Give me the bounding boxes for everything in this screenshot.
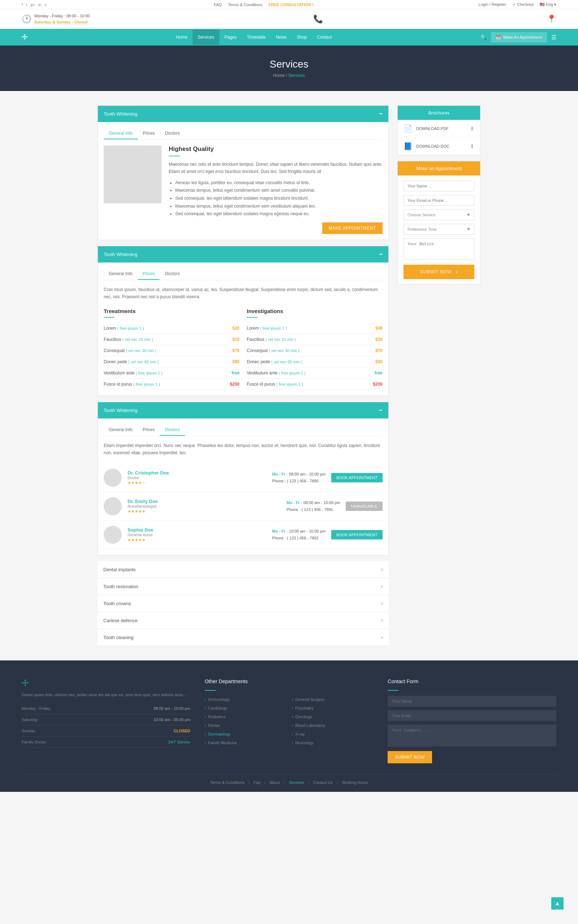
dept-neurology[interactable]: ›Neurology bbox=[292, 739, 373, 746]
list-item-2[interactable]: Tooth restoration › bbox=[97, 578, 389, 595]
tab-prices-3[interactable]: Prices bbox=[138, 424, 160, 436]
top-bar-right[interactable]: Login / Register ✓ Checkout 🇺🇸 Eng ▾ bbox=[474, 2, 556, 7]
social-vimeo[interactable]: v bbox=[44, 3, 47, 7]
price-row-t1: Lorem ( free ipsum 1 ) $20 bbox=[104, 323, 240, 334]
appt-email-input[interactable] bbox=[404, 195, 474, 206]
free-consult-link[interactable]: FREE CONSULTATION ! bbox=[269, 3, 313, 7]
panel-general-info-title: Tooth Whitening bbox=[104, 111, 137, 117]
download-pdf-icon[interactable]: ⬇ bbox=[470, 126, 474, 131]
faq-link[interactable]: FAQ bbox=[214, 3, 222, 7]
nav-news[interactable]: News bbox=[271, 30, 292, 45]
tab-doctors-3[interactable]: Doctors bbox=[160, 424, 185, 436]
social-google[interactable]: g+ bbox=[30, 3, 35, 7]
contact-comment-textarea[interactable] bbox=[388, 725, 556, 746]
content-area: Tooth Whitening − General Info Prices Do… bbox=[97, 105, 389, 646]
contact-submit-button[interactable]: SUBMIT NOW bbox=[388, 751, 432, 763]
nav-right[interactable]: 🔍 📅 Make An Appointment ☰ bbox=[481, 32, 556, 43]
section-content-1: Highest Quality Maecenas nec odio et ant… bbox=[104, 146, 383, 234]
doctor-name-1: Dr. Cristopher Doe bbox=[128, 470, 266, 476]
book-appointment-btn-3[interactable]: BOOK APPOINTMENT bbox=[331, 530, 383, 539]
dept-dermatology[interactable]: ›Dermatology bbox=[205, 730, 286, 738]
appt-service-select[interactable]: Choose Service bbox=[404, 209, 474, 220]
appt-notice-textarea[interactable] bbox=[404, 238, 474, 260]
dept-xray[interactable]: ›X-ray bbox=[292, 730, 373, 738]
login-link[interactable]: Login / Register bbox=[479, 2, 507, 6]
tabs-prices[interactable]: General Info Prices Doctors bbox=[104, 268, 383, 280]
appt-name-input[interactable] bbox=[404, 181, 474, 191]
footer-col-contact: Contact Form SUBMIT NOW bbox=[388, 678, 556, 763]
doctor-stars-2: ★★★★★ bbox=[128, 509, 281, 514]
social-facebook[interactable]: f bbox=[22, 3, 23, 7]
tab-general-info[interactable]: General Info bbox=[104, 128, 138, 139]
hamburger-icon[interactable]: ☰ bbox=[551, 34, 556, 41]
schedule-row-3: Sunday CLOSED bbox=[22, 725, 190, 736]
dept-oncology[interactable]: ›Oncology bbox=[292, 713, 373, 720]
doctor-role-1: Doctor bbox=[128, 476, 266, 480]
footer-contact-link[interactable]: Contact Us bbox=[313, 780, 333, 785]
footer-about-text: Donec quam felis, ultrices nec, pellan a… bbox=[22, 691, 190, 699]
book-appointment-btn-1[interactable]: BOOK APPOINTMENT bbox=[331, 473, 383, 482]
make-appointment-button[interactable]: MAKE APPOINTMENT bbox=[322, 222, 383, 234]
tabs-general[interactable]: General Info Prices Doctors bbox=[104, 128, 383, 140]
footer-faq-link[interactable]: Faq bbox=[253, 780, 260, 785]
dept-psychiatry[interactable]: ›Psychiatry bbox=[292, 704, 373, 712]
nav-pages[interactable]: Pages bbox=[219, 30, 242, 45]
dept-blood-lab[interactable]: ›Blood Laboratory bbox=[292, 722, 373, 729]
footer-about-link[interactable]: About bbox=[270, 780, 280, 785]
search-icon[interactable]: 🔍 bbox=[481, 34, 487, 40]
checkout-link[interactable]: ✓ Checkout bbox=[513, 2, 534, 6]
list-item-1[interactable]: Dental implants › bbox=[97, 561, 389, 578]
hours-text: Monday - Friday : 08:00 - 10:00 Saturday… bbox=[34, 13, 89, 25]
dept-pediatrics[interactable]: ›Pediatrics bbox=[205, 713, 286, 720]
collapse-icon[interactable]: − bbox=[378, 110, 383, 118]
appointment-form[interactable]: Choose Service Preference Time SUBMIT NO… bbox=[398, 175, 480, 284]
tab-doctors[interactable]: Doctors bbox=[160, 128, 185, 139]
dept-immunology[interactable]: ›Immunology bbox=[205, 696, 286, 703]
list-item-5[interactable]: Tooth cleaning › bbox=[97, 629, 389, 646]
contact-name-input[interactable] bbox=[388, 696, 556, 707]
breadcrumb-home[interactable]: Home bbox=[273, 73, 285, 78]
collapse-icon-3[interactable]: − bbox=[378, 406, 383, 414]
footer-terms-link[interactable]: Terms & Conditions bbox=[210, 780, 244, 785]
nav-home[interactable]: Home bbox=[171, 30, 193, 45]
weekday-hours: Monday - Friday : 08:00 - 10:00 bbox=[34, 13, 89, 19]
dept-dental[interactable]: ›Dental bbox=[205, 722, 286, 729]
nav-contact[interactable]: Contact bbox=[312, 30, 337, 45]
panel-general-info-body: General Info Prices Doctors Highest Qual… bbox=[98, 122, 388, 240]
submit-now-button[interactable]: SUBMIT NOW › bbox=[404, 265, 474, 279]
nav-shop[interactable]: Shop bbox=[292, 30, 312, 45]
nav-timetable[interactable]: Timetable bbox=[242, 30, 271, 45]
top-bar-links[interactable]: FAQ Terms & Conditions FREE CONSULTATION… bbox=[209, 3, 313, 7]
tab-general-info-2[interactable]: General Info bbox=[104, 268, 138, 280]
nav-services[interactable]: Services bbox=[193, 30, 219, 45]
tabs-doctors[interactable]: General Info Prices Doctors bbox=[104, 424, 383, 436]
appointment-button[interactable]: 📅 Make An Appointment bbox=[491, 32, 547, 43]
dept-general-surgery[interactable]: ›General Surgery bbox=[292, 696, 373, 703]
footer-services-link[interactable]: Services bbox=[289, 780, 304, 785]
collapse-icon-2[interactable]: − bbox=[378, 251, 383, 258]
tab-prices-2[interactable]: Prices bbox=[138, 268, 160, 280]
panel-prices-header[interactable]: Tooth Whitening − bbox=[98, 246, 388, 262]
contact-email-input[interactable] bbox=[388, 710, 556, 721]
social-twitter[interactable]: t bbox=[26, 3, 27, 7]
tab-doctors-2[interactable]: Doctors bbox=[160, 268, 185, 280]
social-linkedin[interactable]: in bbox=[38, 3, 42, 7]
list-item-3[interactable]: Tooth crowns › bbox=[97, 595, 389, 612]
nav-menu[interactable]: Home Services Pages Timetable News Shop … bbox=[171, 30, 337, 45]
terms-link[interactable]: Terms & Conditions bbox=[228, 3, 262, 7]
list-item-4[interactable]: Cariese defence › bbox=[97, 612, 389, 629]
panel-doctors-header[interactable]: Tooth Whitening − bbox=[98, 402, 388, 419]
social-links[interactable]: f t g+ in v bbox=[22, 3, 49, 7]
tab-prices[interactable]: Prices bbox=[138, 128, 160, 139]
tab-general-info-3[interactable]: General Info bbox=[104, 424, 138, 436]
dept-family-medicine[interactable]: ›Family Medicine bbox=[205, 739, 286, 746]
appt-time-select[interactable]: Preference Time bbox=[404, 224, 474, 235]
chevron-right-icon-1: › bbox=[381, 566, 383, 573]
footer-working-hours-link[interactable]: Working Hours bbox=[342, 780, 368, 785]
lang-link[interactable]: 🇺🇸 Eng ▾ bbox=[540, 2, 556, 6]
panel-general-info-header[interactable]: Tooth Whitening − bbox=[98, 106, 388, 122]
dept-cardiology[interactable]: ›Cardiology bbox=[205, 704, 286, 712]
book-appointment-btn-2[interactable]: UNAVAILABLE bbox=[346, 502, 383, 511]
download-doc-icon[interactable]: ⬇ bbox=[470, 143, 474, 149]
contact-form[interactable]: SUBMIT NOW bbox=[388, 696, 556, 763]
